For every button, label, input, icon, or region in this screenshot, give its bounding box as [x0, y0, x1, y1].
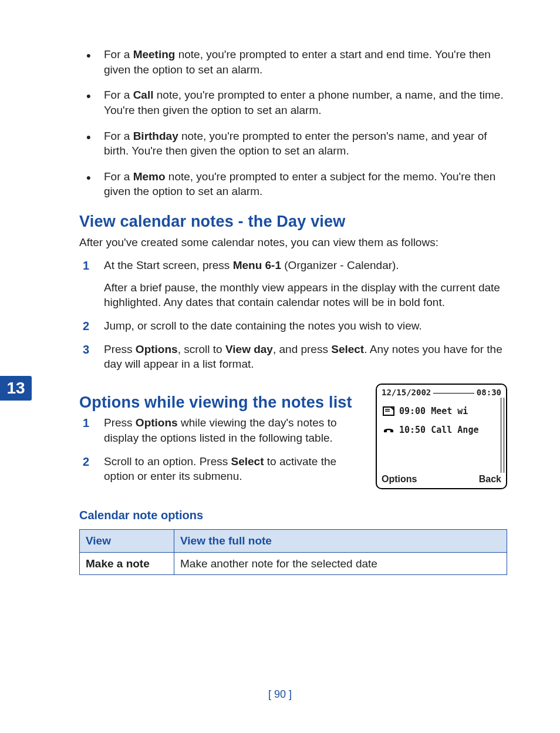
bullet-birthday: For a Birthday note, you're prompted to …	[79, 129, 507, 159]
bullet-prefix: For a	[104, 48, 133, 60]
header-cell-description: View the full note	[174, 530, 507, 553]
bullet-suffix: note, you're prompted to enter a phone n…	[104, 89, 504, 116]
phone-date: 12/15/2002	[382, 387, 431, 398]
note-type-bullets: For a Meeting note, you're prompted to e…	[79, 47, 507, 199]
table-caption: Calendar note options	[79, 507, 507, 523]
phone-entry-2: 10:50 Call Ange	[399, 424, 478, 436]
step-2: Scroll to an option. Press Select to act…	[79, 454, 365, 484]
bullet-bold: Memo	[133, 170, 166, 183]
text: Press	[104, 343, 136, 355]
option-description: Make another note for the selected date	[174, 552, 507, 575]
select-label: Select	[331, 343, 364, 355]
options-label: Options	[136, 416, 178, 429]
text: (Organizer - Calendar).	[281, 259, 399, 271]
step-1-detail: After a brief pause, the monthly view ap…	[104, 280, 507, 310]
softkey-left: Options	[382, 473, 417, 486]
chapter-tab: 13	[0, 376, 32, 401]
page-number: [ 90 ]	[0, 687, 560, 701]
phone-illustration: 12/15/2002 08:30 09:00 Meet wi 10:50 Cal…	[376, 384, 507, 489]
phone-entry-1: 09:00 Meet wi	[399, 405, 468, 417]
scrollbar	[501, 398, 504, 473]
options-label: Options	[136, 343, 178, 355]
text: Jump, or scroll to the date containing t…	[104, 318, 507, 334]
bullet-bold: Call	[133, 89, 154, 101]
bullet-bold: Birthday	[133, 130, 178, 142]
bullet-meeting: For a Meeting note, you're prompted to e…	[79, 47, 507, 77]
text: Press	[104, 416, 136, 429]
options-steps: Press Options while viewing the day's no…	[79, 415, 365, 484]
text: At the Start screen, press	[104, 259, 233, 271]
bullet-call: For a Call note, you're prompted to ente…	[79, 88, 507, 117]
heading-day-view: View calendar notes - the Day view	[79, 211, 507, 232]
header-cell-option: View	[80, 530, 174, 553]
day-view-intro: After you've created some calendar notes…	[79, 235, 507, 250]
day-view-steps: At the Start screen, press Menu 6-1 (Org…	[79, 258, 507, 372]
divider-line	[433, 393, 474, 394]
select-label: Select	[231, 455, 264, 468]
phone-time: 08:30	[477, 387, 501, 398]
phone-screen: 12/15/2002 08:30 09:00 Meet wi 10:50 Cal…	[376, 384, 507, 489]
menu-path: Menu 6-1	[233, 259, 281, 271]
step-1: At the Start screen, press Menu 6-1 (Org…	[79, 258, 507, 310]
table-header-row: View View the full note	[80, 530, 507, 553]
step-3: Press Options, scroll to View day, and p…	[79, 342, 507, 372]
bullet-prefix: For a	[104, 130, 133, 142]
view-day-label: View day	[225, 343, 273, 355]
step-1: Press Options while viewing the day's no…	[79, 415, 365, 445]
text: , scroll to	[178, 343, 225, 355]
text: Scroll to an option. Press	[104, 455, 231, 468]
text: , and press	[273, 343, 331, 355]
table-row: Make a note Make another note for the se…	[80, 552, 507, 575]
option-name: Make a note	[80, 552, 174, 575]
step-2: Jump, or scroll to the date containing t…	[79, 318, 507, 334]
bullet-bold: Meeting	[133, 48, 176, 60]
note-icon	[383, 406, 394, 416]
page-content: For a Meeting note, you're prompted to e…	[0, 0, 560, 598]
phone-icon	[383, 426, 394, 434]
heading-options-list: Options while viewing the notes list	[79, 392, 365, 413]
bullet-prefix: For a	[104, 170, 133, 183]
bullet-memo: For a Memo note, you're prompted to ente…	[79, 169, 507, 199]
bullet-prefix: For a	[104, 89, 133, 101]
softkey-right: Back	[479, 473, 501, 486]
calendar-note-options-table: View View the full note Make a note Make…	[79, 529, 507, 575]
